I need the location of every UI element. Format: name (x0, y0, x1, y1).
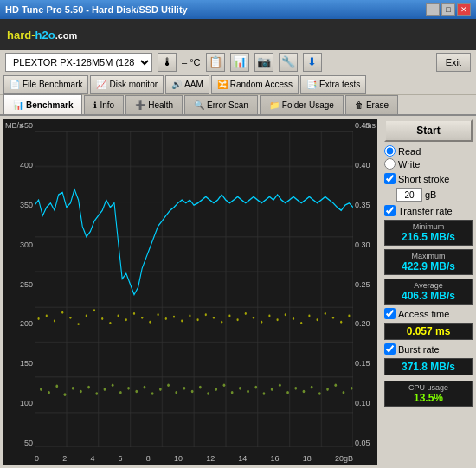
tab-erase[interactable]: 🗑 Erase (345, 95, 398, 114)
minimum-value: 216.5 MB/s (389, 231, 468, 243)
maximum-stat: Maximum 422.9 MB/s (384, 249, 473, 275)
y-left-0: 450 (5, 121, 33, 130)
transfer-rate-checkbox[interactable] (384, 205, 396, 216)
drive-bar: PLEXTOR PX-128M5M (128 gB) 🌡 – °C 📋 📊 📷 … (0, 50, 476, 74)
write-label: Write (398, 159, 420, 170)
svg-point-56 (300, 322, 302, 324)
tab-row: 📊 Benchmark ℹ Info ➕ Health 🔍 Error Scan… (0, 95, 476, 116)
svg-point-101 (343, 391, 345, 394)
svg-point-44 (205, 313, 207, 316)
file-benchmark-icon: 📄 (10, 80, 20, 89)
maximum-value: 422.9 MB/s (389, 260, 468, 272)
tab-benchmark[interactable]: 📊 Benchmark (3, 94, 82, 114)
svg-point-38 (157, 313, 158, 316)
extra-tests-icon: 📑 (306, 80, 317, 89)
tab-error-scan[interactable]: 🔍 Error Scan (184, 95, 258, 114)
temp-display: – °C (182, 57, 201, 67)
y-right-5: 0.20 (355, 319, 376, 328)
svg-point-100 (334, 383, 337, 387)
x-0: 0 (35, 454, 39, 463)
short-stroke-checkbox[interactable] (384, 173, 396, 184)
icon-btn-5[interactable]: ⬇ (303, 53, 322, 72)
y-left-7: 100 (5, 399, 33, 407)
svg-point-96 (303, 390, 306, 394)
svg-point-92 (271, 388, 273, 391)
svg-point-85 (215, 388, 217, 391)
svg-point-88 (239, 387, 241, 390)
y-right-1: 0.40 (355, 161, 376, 170)
svg-point-50 (253, 317, 254, 319)
burst-rate-checkbox[interactable] (384, 343, 396, 355)
file-benchmark-button[interactable]: 📄 File Benchmark (3, 75, 88, 94)
icon-btn-4[interactable]: 🔧 (279, 53, 298, 72)
tab-folder-usage[interactable]: 📁 Folder Usage (260, 95, 344, 114)
maximize-button[interactable]: □ (441, 3, 455, 16)
burst-rate-label: Burst rate (398, 344, 440, 355)
aam-icon: 🔊 (171, 80, 182, 89)
y-right-4: 0.25 (355, 280, 376, 289)
svg-point-25 (54, 320, 55, 323)
svg-point-34 (125, 318, 127, 321)
access-time-checkbox[interactable] (384, 308, 396, 319)
read-label: Read (398, 146, 421, 157)
svg-point-83 (199, 386, 202, 389)
x-16: 16 (271, 454, 280, 463)
svg-point-57 (308, 314, 310, 317)
aam-button[interactable]: 🔊 AAM (165, 75, 209, 94)
svg-point-79 (167, 383, 170, 387)
read-radio[interactable] (384, 145, 396, 157)
svg-point-82 (191, 390, 194, 394)
y-right-7: 0.10 (355, 399, 376, 407)
access-time-value: 0.057 ms (389, 325, 468, 337)
tab-info[interactable]: ℹ Info (84, 95, 124, 114)
y-left-3: 300 (5, 240, 33, 249)
x-4: 4 (90, 454, 94, 463)
svg-point-80 (175, 391, 177, 394)
extra-tests-label: Extra tests (319, 80, 360, 89)
exit-button[interactable]: Exit (436, 53, 471, 72)
health-icon: ➕ (135, 100, 145, 110)
transfer-rate-row: Transfer rate (384, 205, 473, 216)
average-label: Average (389, 281, 468, 290)
disk-monitor-button[interactable]: 📈 Disk monitor (90, 75, 164, 94)
minimize-button[interactable]: — (426, 3, 440, 16)
random-access-button[interactable]: 🔀 Random Access (211, 75, 299, 94)
svg-point-77 (151, 392, 154, 395)
tab-health[interactable]: ➕ Health (125, 95, 183, 114)
extra-tests-button[interactable]: 📑 Extra tests (300, 75, 366, 94)
folder-usage-label: Folder Usage (282, 100, 334, 110)
read-radio-row: Read (384, 145, 473, 157)
aam-label: AAM (184, 80, 203, 89)
logo-bar: hard-h2o.com (0, 19, 476, 50)
erase-icon: 🗑 (355, 100, 363, 110)
short-stroke-input[interactable] (396, 188, 422, 202)
svg-point-62 (348, 314, 350, 317)
svg-point-47 (228, 314, 230, 317)
cpu-usage-label: CPU usage (389, 383, 468, 392)
drive-icon-btn[interactable]: 🌡 (158, 53, 177, 72)
cpu-usage-stat: CPU usage 13.5% (384, 381, 473, 407)
svg-point-71 (104, 388, 106, 391)
y-left-4: 250 (5, 280, 33, 289)
write-radio[interactable] (384, 158, 396, 170)
svg-point-70 (95, 392, 98, 395)
svg-point-99 (326, 388, 329, 391)
svg-point-89 (247, 390, 249, 394)
chart-area: MB/s ms 450 400 350 300 250 200 150 100 … (3, 119, 377, 465)
drive-selector[interactable]: PLEXTOR PX-128M5M (128 gB) (5, 53, 152, 72)
x-18: 18 (303, 454, 312, 463)
x-6: 6 (119, 454, 123, 463)
right-panel: Start Read Write Short stroke gB Transfe… (381, 116, 476, 468)
access-time-row: Access time (384, 308, 473, 319)
start-button[interactable]: Start (384, 119, 473, 142)
svg-point-46 (221, 321, 222, 324)
svg-point-30 (93, 309, 95, 311)
close-button[interactable]: ✕ (457, 3, 471, 16)
icon-btn-3[interactable]: 📷 (254, 53, 273, 72)
disk-monitor-icon: 📈 (96, 80, 106, 89)
icon-btn-1[interactable]: 📋 (206, 53, 225, 72)
title-bar: HD Tune Pro 5.50 - Hard Disk/SSD Utility… (0, 0, 476, 19)
y-left-6: 150 (5, 359, 33, 368)
svg-point-26 (61, 311, 63, 314)
icon-btn-2[interactable]: 📊 (230, 53, 249, 72)
